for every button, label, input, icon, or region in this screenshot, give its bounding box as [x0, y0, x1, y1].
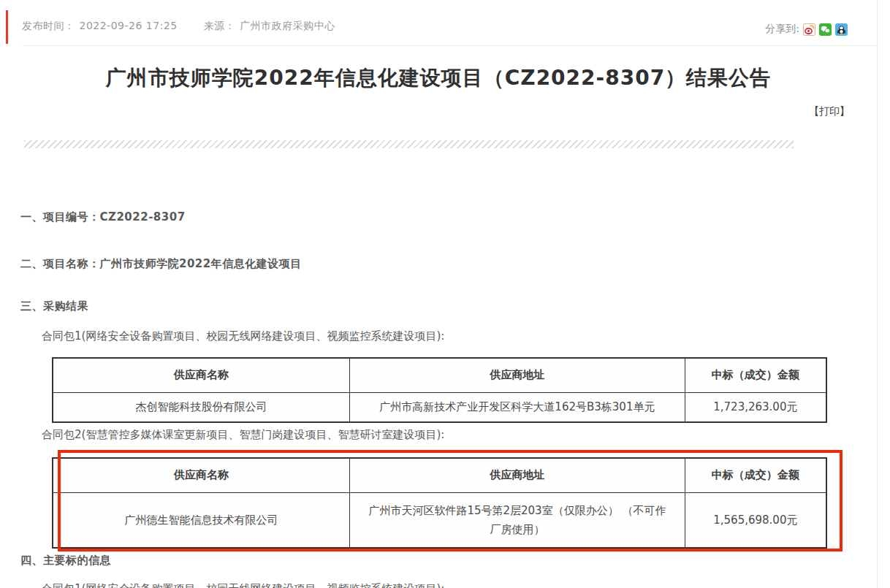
- col-header-supplier-name: 供应商名称: [53, 458, 350, 492]
- source-value: 广州市政府采购中心: [240, 20, 335, 31]
- header-divider: [22, 45, 877, 46]
- col-header-award-amount: 中标（成交）金额: [685, 358, 826, 392]
- qq-icon[interactable]: [835, 23, 848, 36]
- print-button[interactable]: 【打印】: [809, 105, 850, 118]
- section-main-bid-info: 四、主要标的信息: [20, 554, 111, 568]
- left-accent-bar: [6, 10, 8, 44]
- share-bar: 分享到:: [765, 23, 848, 36]
- col-header-supplier-name: 供应商名称: [53, 358, 350, 392]
- award-amount-cell: 1,565,698.00元: [685, 492, 826, 548]
- package2-label: 合同包2(智慧管控多媒体课室更新项目、智慧门岗建设项目、智慧研讨室建设项目):: [42, 428, 444, 442]
- table-header-row: 供应商名称 供应商地址 中标（成交）金额: [53, 358, 826, 392]
- article-meta: 发布时间：2022-09-26 17:25来源：广州市政府采购中心: [22, 20, 340, 33]
- supplier-address-cell: 广州市高新技术产业开发区科学大道162号B3栋301单元: [350, 392, 685, 422]
- result-table-package1: 供应商名称 供应商地址 中标（成交）金额 杰创智能科技股份有限公司 广州市高新技…: [52, 357, 827, 423]
- truncated-package-line: 合同包1(网络安全设备购置项目、校园无线网络建设项目、视频监控系统建设项目):: [42, 582, 444, 588]
- award-amount-cell: 1,723,263.00元: [685, 392, 826, 422]
- wechat-icon[interactable]: [819, 23, 832, 36]
- result-table-package2: 供应商名称 供应商地址 中标（成交）金额 广州德生智能信息技术有限公司 广州市天…: [52, 457, 827, 549]
- page-title: 广州市技师学院2022年信息化建设项目（CZ2022-8307）结果公告: [0, 64, 877, 92]
- share-label: 分享到:: [765, 23, 799, 36]
- supplier-name-cell: 广州德生智能信息技术有限公司: [53, 492, 350, 548]
- table-row: 杰创智能科技股份有限公司 广州市高新技术产业开发区科学大道162号B3栋301单…: [53, 392, 826, 422]
- package1-label: 合同包1(网络安全设备购置项目、校园无线网络建设项目、视频监控系统建设项目):: [42, 329, 444, 343]
- section-project-name: 二、项目名称：广州市技师学院2022年信息化建设项目: [20, 257, 302, 271]
- col-header-supplier-address: 供应商地址: [350, 458, 685, 492]
- section-procurement-result: 三、采购结果: [20, 299, 88, 313]
- content-right-border: [877, 0, 878, 588]
- source-label: 来源：: [204, 20, 236, 31]
- publish-time-label: 发布时间：: [22, 20, 75, 31]
- hatched-divider: [24, 140, 794, 148]
- col-header-award-amount: 中标（成交）金额: [685, 458, 826, 492]
- col-header-supplier-address: 供应商地址: [350, 358, 685, 392]
- supplier-address-cell: 广州市天河区软件路15号第2层203室（仅限办公） （不可作厂房使用）: [350, 492, 685, 548]
- supplier-name-cell: 杰创智能科技股份有限公司: [53, 392, 350, 422]
- table-row: 广州德生智能信息技术有限公司 广州市天河区软件路15号第2层203室（仅限办公）…: [53, 492, 826, 548]
- table-header-row: 供应商名称 供应商地址 中标（成交）金额: [53, 458, 826, 492]
- weibo-icon[interactable]: [803, 23, 815, 36]
- publish-time-value: 2022-09-26 17:25: [80, 20, 178, 31]
- section-project-number: 一、项目编号：CZ2022-8307: [20, 210, 186, 224]
